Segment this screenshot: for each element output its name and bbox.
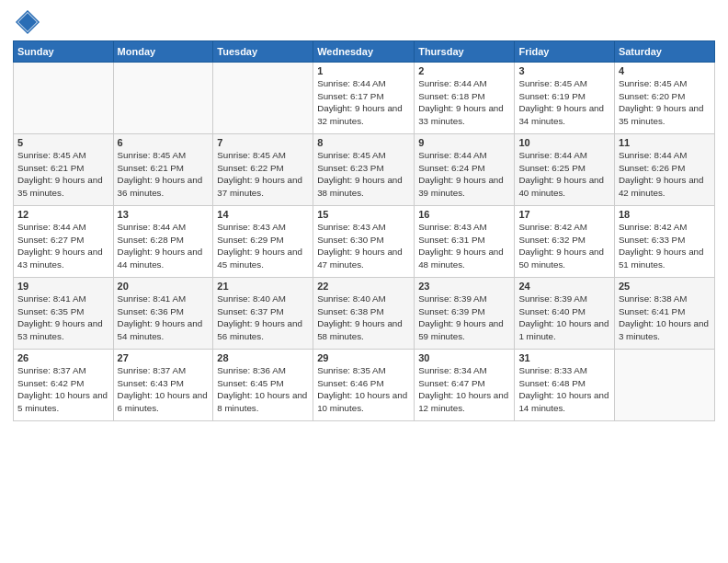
day-info: Sunrise: 8:34 AM Sunset: 6:47 PM Dayligh… (418, 364, 510, 415)
calendar-cell: 28Sunrise: 8:36 AM Sunset: 6:45 PM Dayli… (213, 350, 313, 421)
day-number: 25 (619, 281, 711, 292)
calendar-cell: 30Sunrise: 8:34 AM Sunset: 6:47 PM Dayli… (415, 350, 515, 421)
calendar-week-5: 26Sunrise: 8:37 AM Sunset: 6:42 PM Dayli… (14, 350, 715, 421)
day-number: 2 (418, 65, 510, 76)
calendar-cell: 16Sunrise: 8:43 AM Sunset: 6:31 PM Dayli… (415, 206, 515, 278)
day-info: Sunrise: 8:42 AM Sunset: 6:32 PM Dayligh… (518, 221, 609, 271)
day-number: 5 (17, 137, 109, 148)
day-number: 20 (118, 281, 210, 292)
logo (13, 9, 40, 35)
day-info: Sunrise: 8:44 AM Sunset: 6:27 PM Dayligh… (17, 221, 109, 271)
day-info: Sunrise: 8:44 AM Sunset: 6:26 PM Dayligh… (619, 149, 711, 200)
day-number: 21 (217, 281, 309, 292)
day-number: 27 (118, 352, 210, 363)
weekday-header-monday: Monday (113, 41, 213, 63)
calendar-cell: 27Sunrise: 8:37 AM Sunset: 6:43 PM Dayli… (113, 350, 213, 421)
svg-marker-0 (18, 13, 37, 31)
calendar-table: SundayMondayTuesdayWednesdayThursdayFrid… (13, 40, 715, 421)
day-info: Sunrise: 8:45 AM Sunset: 6:22 PM Dayligh… (217, 149, 309, 200)
calendar-cell: 4Sunrise: 8:45 AM Sunset: 6:20 PM Daylig… (614, 63, 714, 134)
day-info: Sunrise: 8:44 AM Sunset: 6:24 PM Dayligh… (418, 149, 510, 200)
calendar-cell: 15Sunrise: 8:43 AM Sunset: 6:30 PM Dayli… (313, 206, 415, 278)
day-info: Sunrise: 8:39 AM Sunset: 6:40 PM Dayligh… (518, 293, 609, 343)
calendar-cell: 20Sunrise: 8:41 AM Sunset: 6:36 PM Dayli… (113, 278, 213, 350)
day-number: 10 (518, 137, 609, 148)
day-number: 31 (518, 352, 609, 363)
day-number: 12 (17, 209, 109, 220)
calendar-cell: 3Sunrise: 8:45 AM Sunset: 6:19 PM Daylig… (515, 63, 614, 134)
calendar-cell: 10Sunrise: 8:44 AM Sunset: 6:25 PM Dayli… (515, 134, 614, 206)
weekday-header-tuesday: Tuesday (213, 41, 313, 63)
calendar-cell (113, 63, 213, 134)
day-number: 30 (418, 352, 510, 363)
day-number: 22 (317, 281, 410, 292)
day-info: Sunrise: 8:38 AM Sunset: 6:41 PM Dayligh… (619, 293, 711, 343)
calendar-header: SundayMondayTuesdayWednesdayThursdayFrid… (14, 41, 715, 63)
day-number: 23 (418, 281, 510, 292)
weekday-header-thursday: Thursday (415, 41, 515, 63)
day-number: 16 (418, 209, 510, 220)
day-number: 24 (518, 281, 609, 292)
calendar-week-4: 19Sunrise: 8:41 AM Sunset: 6:35 PM Dayli… (14, 278, 715, 350)
day-info: Sunrise: 8:44 AM Sunset: 6:25 PM Dayligh… (518, 149, 609, 200)
day-number: 1 (317, 65, 410, 76)
calendar-cell: 13Sunrise: 8:44 AM Sunset: 6:28 PM Dayli… (113, 206, 213, 278)
calendar-cell (14, 63, 114, 134)
day-info: Sunrise: 8:35 AM Sunset: 6:46 PM Dayligh… (317, 364, 410, 415)
calendar-week-2: 5Sunrise: 8:45 AM Sunset: 6:21 PM Daylig… (14, 134, 715, 206)
day-number: 14 (217, 209, 309, 220)
calendar-cell: 18Sunrise: 8:42 AM Sunset: 6:33 PM Dayli… (614, 206, 714, 278)
day-info: Sunrise: 8:40 AM Sunset: 6:37 PM Dayligh… (217, 293, 309, 343)
day-info: Sunrise: 8:45 AM Sunset: 6:20 PM Dayligh… (619, 77, 711, 128)
weekday-header-sunday: Sunday (14, 41, 114, 63)
calendar-cell: 1Sunrise: 8:44 AM Sunset: 6:17 PM Daylig… (313, 63, 415, 134)
day-number: 6 (118, 137, 210, 148)
calendar-cell: 26Sunrise: 8:37 AM Sunset: 6:42 PM Dayli… (14, 350, 114, 421)
calendar-cell: 11Sunrise: 8:44 AM Sunset: 6:26 PM Dayli… (614, 134, 714, 206)
day-number: 15 (317, 209, 410, 220)
calendar-week-1: 1Sunrise: 8:44 AM Sunset: 6:17 PM Daylig… (14, 63, 715, 134)
calendar-cell: 24Sunrise: 8:39 AM Sunset: 6:40 PM Dayli… (515, 278, 614, 350)
calendar-cell: 22Sunrise: 8:40 AM Sunset: 6:38 PM Dayli… (313, 278, 415, 350)
day-number: 17 (518, 209, 609, 220)
day-info: Sunrise: 8:41 AM Sunset: 6:35 PM Dayligh… (17, 293, 109, 343)
day-info: Sunrise: 8:37 AM Sunset: 6:43 PM Dayligh… (118, 364, 210, 415)
page-header (13, 9, 715, 35)
day-info: Sunrise: 8:45 AM Sunset: 6:19 PM Dayligh… (518, 77, 609, 128)
logo-icon (15, 9, 40, 35)
calendar-cell: 31Sunrise: 8:33 AM Sunset: 6:48 PM Dayli… (515, 350, 614, 421)
day-info: Sunrise: 8:45 AM Sunset: 6:21 PM Dayligh… (118, 149, 210, 200)
day-info: Sunrise: 8:43 AM Sunset: 6:30 PM Dayligh… (317, 221, 410, 271)
day-info: Sunrise: 8:45 AM Sunset: 6:23 PM Dayligh… (317, 149, 410, 200)
calendar-cell: 14Sunrise: 8:43 AM Sunset: 6:29 PM Dayli… (213, 206, 313, 278)
calendar-cell: 5Sunrise: 8:45 AM Sunset: 6:21 PM Daylig… (14, 134, 114, 206)
day-info: Sunrise: 8:44 AM Sunset: 6:18 PM Dayligh… (418, 77, 510, 128)
day-number: 19 (17, 281, 109, 292)
day-info: Sunrise: 8:41 AM Sunset: 6:36 PM Dayligh… (118, 293, 210, 343)
day-number: 9 (418, 137, 510, 148)
weekday-header-friday: Friday (515, 41, 614, 63)
day-number: 29 (317, 352, 410, 363)
calendar-week-3: 12Sunrise: 8:44 AM Sunset: 6:27 PM Dayli… (14, 206, 715, 278)
day-number: 26 (17, 352, 109, 363)
calendar-cell: 8Sunrise: 8:45 AM Sunset: 6:23 PM Daylig… (313, 134, 415, 206)
calendar-cell: 19Sunrise: 8:41 AM Sunset: 6:35 PM Dayli… (14, 278, 114, 350)
day-number: 28 (217, 352, 309, 363)
calendar-cell: 7Sunrise: 8:45 AM Sunset: 6:22 PM Daylig… (213, 134, 313, 206)
day-info: Sunrise: 8:45 AM Sunset: 6:21 PM Dayligh… (17, 149, 109, 200)
day-info: Sunrise: 8:44 AM Sunset: 6:28 PM Dayligh… (118, 221, 210, 271)
calendar-cell: 25Sunrise: 8:38 AM Sunset: 6:41 PM Dayli… (614, 278, 714, 350)
day-info: Sunrise: 8:44 AM Sunset: 6:17 PM Dayligh… (317, 77, 410, 128)
day-info: Sunrise: 8:43 AM Sunset: 6:29 PM Dayligh… (217, 221, 309, 271)
day-info: Sunrise: 8:43 AM Sunset: 6:31 PM Dayligh… (418, 221, 510, 271)
calendar-cell: 12Sunrise: 8:44 AM Sunset: 6:27 PM Dayli… (14, 206, 114, 278)
calendar-cell (213, 63, 313, 134)
calendar-cell (614, 350, 714, 421)
day-number: 3 (518, 65, 609, 76)
day-number: 13 (118, 209, 210, 220)
day-info: Sunrise: 8:40 AM Sunset: 6:38 PM Dayligh… (317, 293, 410, 343)
day-number: 8 (317, 137, 410, 148)
calendar-cell: 2Sunrise: 8:44 AM Sunset: 6:18 PM Daylig… (415, 63, 515, 134)
weekday-header-saturday: Saturday (614, 41, 714, 63)
calendar-cell: 29Sunrise: 8:35 AM Sunset: 6:46 PM Dayli… (313, 350, 415, 421)
